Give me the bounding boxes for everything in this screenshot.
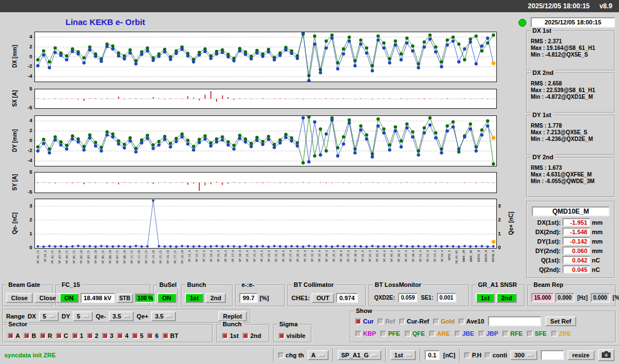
- sector-toggle-6[interactable]: 6: [147, 332, 158, 339]
- stat-rms: RMS : 1.778: [527, 122, 614, 129]
- sector-toggle-2[interactable]: 2: [87, 332, 98, 339]
- panel-qmd10e-m: QMD10E_M DX(1st): -1.951 mm DX(2nd): -1.…: [526, 201, 615, 279]
- qmd-label: Q(2nd):: [529, 266, 561, 273]
- option-menu-glyph: [49, 315, 55, 318]
- se1-label: SE1:: [419, 294, 435, 301]
- show-ave10-toggle[interactable]: Ave10: [459, 318, 484, 325]
- show-kbp-toggle[interactable]: KBP: [355, 330, 376, 337]
- show-qfe-toggle[interactable]: QFE: [405, 330, 425, 337]
- sector-toggle-5[interactable]: 5: [132, 332, 143, 339]
- sector-toggle-4[interactable]: 4: [117, 332, 128, 339]
- ph-toggle[interactable]: P.H: [464, 352, 481, 358]
- x-axis-label: QWDE_2M: [462, 250, 465, 262]
- y-tick-label: -2: [21, 63, 32, 69]
- bunch-2nd-button[interactable]: 2nd: [205, 293, 227, 303]
- interval-input[interactable]: [541, 350, 564, 360]
- show-ref-toggle[interactable]: Ref: [378, 318, 395, 325]
- group-title: Bunch: [185, 281, 208, 289]
- group-bt-collimator: BT Collimator CHE1: OUT 0.974: [288, 285, 366, 307]
- beam-gate-close-1-button[interactable]: Close: [6, 293, 33, 303]
- range-qe-plus-dropdown[interactable]: 3.5: [151, 311, 176, 321]
- x-axis-label: SP_31_4: [303, 250, 306, 262]
- y-tick-label: 2: [21, 128, 32, 133]
- ref-name-input[interactable]: [488, 316, 541, 326]
- show-jbe-toggle[interactable]: JBE: [455, 330, 474, 337]
- x-axis-label: SP_16_4: [224, 250, 227, 262]
- checkbox-icon: [429, 331, 435, 337]
- sector-toggle-r[interactable]: R: [40, 332, 52, 339]
- show-cur-toggle[interactable]: Cur: [355, 318, 374, 325]
- fc15-on-button[interactable]: ON: [59, 293, 79, 303]
- set-ref-button[interactable]: Set Ref: [545, 316, 576, 326]
- chg-th-toggle[interactable]: chg th: [278, 352, 304, 358]
- y-tick-label: -2: [21, 148, 32, 153]
- che1-value-readout: 0.974: [336, 293, 358, 303]
- sector-toggle-b[interactable]: B: [24, 332, 36, 339]
- sector-toggle-bt[interactable]: BT: [163, 332, 179, 339]
- x-axis-label: SP_C2_C8: [137, 250, 140, 264]
- x-axis-label: S8_61_H1: [455, 250, 458, 264]
- x-axis-label: SP_C7_C5: [173, 250, 177, 264]
- checkbox-icon: [455, 331, 461, 337]
- show-pfe-toggle[interactable]: PFE: [380, 330, 400, 337]
- sector-toggle-c[interactable]: C: [56, 332, 68, 339]
- show-jbp-toggle[interactable]: JBP: [479, 330, 498, 337]
- group-sector: Sector A B R C 1 2 3 4 5 6 BT: [2, 324, 213, 343]
- range-dy-dropdown[interactable]: 5: [73, 311, 93, 321]
- fc15-kv-readout: 18.498 kV: [80, 293, 115, 303]
- range-dx-dropdown[interactable]: 5: [39, 311, 59, 321]
- interval-dropdown[interactable]: 300: [510, 350, 537, 360]
- x-axis-label: SP_A3_C8: [58, 250, 61, 264]
- qmd-unit: mm: [592, 247, 603, 254]
- y-tick-label: -5: [21, 189, 32, 195]
- y-tick-label: 1: [498, 231, 509, 236]
- show-rfe-toggle[interactable]: RFE: [502, 330, 522, 337]
- busel-on-button[interactable]: ON: [157, 293, 177, 303]
- y-tick-label: -5: [21, 105, 32, 110]
- status-bar: syncdata init ZRE chg th A SP_A1_G 1st 0…: [0, 345, 619, 364]
- screenshot-button[interactable]: [598, 349, 615, 361]
- show-gold-toggle[interactable]: Gold: [433, 318, 455, 325]
- show-cur-ref-toggle[interactable]: Cur-Ref: [399, 318, 429, 325]
- conti-toggle[interactable]: conti: [485, 352, 507, 358]
- show-zre-toggle[interactable]: ZRE: [551, 330, 571, 337]
- sector-toggle-a[interactable]: A: [8, 332, 20, 339]
- che1-out-button[interactable]: OUT: [311, 293, 334, 303]
- show-are-toggle[interactable]: ARE: [429, 330, 450, 337]
- sy-steering-plot: [34, 172, 497, 193]
- qmd-unit: mm: [592, 238, 603, 245]
- beam-rep-hz-unit: [Hz]: [576, 294, 590, 301]
- fc15-stb-button[interactable]: STB: [117, 294, 133, 303]
- range-qe-minus-dropdown[interactable]: 3.5: [109, 311, 134, 321]
- x-axis-label: SP_B5_C5: [101, 250, 104, 264]
- sector-dropdown[interactable]: A: [308, 350, 329, 360]
- checkbox-icon: [551, 331, 557, 337]
- qmd-row: DX(2nd): -1.548 mm: [527, 228, 614, 236]
- show-sfe-toggle[interactable]: SFE: [527, 330, 546, 337]
- x-axis-label: SP_22_4: [253, 250, 256, 262]
- bunch-1st-button[interactable]: 1st: [185, 293, 204, 303]
- group-title: BT Collimator: [292, 281, 335, 289]
- x-axis-label: SP_45_4: [390, 250, 393, 262]
- y-tick-label: 0: [21, 138, 32, 143]
- bunch-1st-toggle[interactable]: 1st: [222, 332, 239, 339]
- threshold-unit: [nC]: [443, 352, 455, 358]
- checkbox-icon: [355, 331, 361, 337]
- group-show: Show Cur Ref Cur-Ref Gold Ave10 Set Ref …: [350, 311, 616, 343]
- sector-toggle-1[interactable]: 1: [72, 332, 83, 339]
- sector-toggle-3[interactable]: 3: [102, 332, 113, 339]
- stat-max: Max : 19.164@S8_61_H1: [527, 44, 614, 51]
- gr-a1-1st-button[interactable]: 1st: [476, 293, 495, 303]
- resize-button[interactable]: resize: [567, 350, 595, 360]
- sx-steering-plot: [34, 89, 497, 109]
- bunch-2nd-toggle[interactable]: 2nd: [243, 332, 261, 339]
- gr-a1-2nd-button[interactable]: 2nd: [496, 293, 517, 303]
- device-dropdown[interactable]: SP_A1_G: [338, 350, 382, 360]
- qxd2e-readout: 0.059: [398, 293, 417, 302]
- sigma-visible-toggle[interactable]: visible: [279, 332, 305, 339]
- bunch-dropdown[interactable]: 1st: [390, 350, 416, 360]
- checkbox-icon: [102, 333, 108, 339]
- qmd-value: 0.042: [562, 256, 590, 264]
- replot-button[interactable]: Replot: [218, 311, 247, 321]
- x-axis-label: SP_44_4: [383, 250, 386, 262]
